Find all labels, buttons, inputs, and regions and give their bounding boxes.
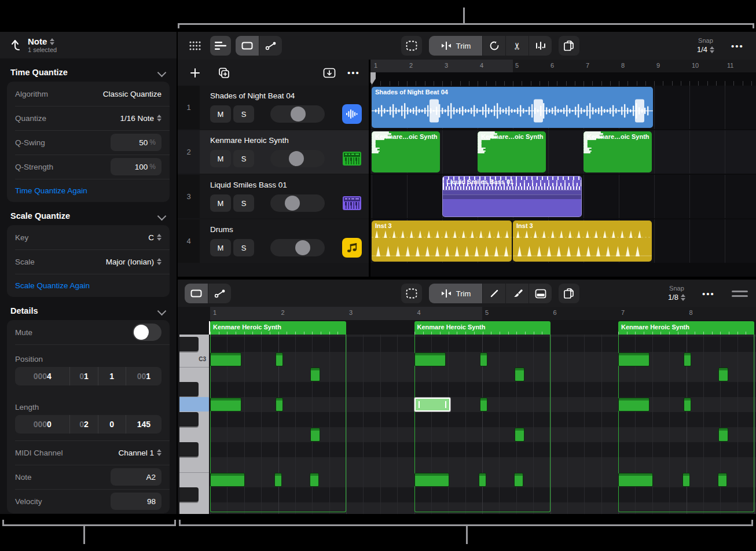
volume-slider[interactable] [270,150,325,167]
region-midi-lines[interactable]: Kenmare…oic Synth [478,131,546,172]
algorithm-row[interactable]: Algorithm Classic Quantize [7,82,170,106]
midi-note[interactable] [684,352,691,366]
black-key[interactable] [179,337,199,351]
selected-note[interactable] [414,398,450,412]
black-key[interactable] [179,412,199,427]
region-hits[interactable]: Inst 3 [372,221,512,262]
midi-note[interactable] [479,473,486,487]
midi-note[interactable] [480,398,487,412]
volume-slider[interactable] [270,239,325,256]
midi-note[interactable] [718,473,727,487]
track-row[interactable]: 2Kenmare Heroic SynthMS [178,130,369,174]
scale-stepper-icon[interactable] [157,258,162,265]
midi-note[interactable] [310,368,320,381]
note-grid[interactable] [210,335,756,514]
midi-note[interactable] [276,398,283,412]
region-waveform[interactable]: Shades of Night Beat 04 [372,87,653,128]
q-strength-field[interactable]: 100 % [111,158,162,175]
quantize-stepper-icon[interactable] [157,115,162,122]
mute-button[interactable]: M [210,150,231,167]
midi-note[interactable] [414,352,446,366]
scale-quantize-again-button[interactable]: Scale Quantize Again [7,274,170,297]
midi-note[interactable] [718,368,728,381]
midi-note[interactable] [515,368,524,381]
paste-button[interactable] [559,36,579,56]
grid-view-button[interactable] [185,36,205,56]
track-name[interactable]: Drums [210,225,233,234]
inspector-title[interactable]: Note [28,36,47,46]
editor-region-header[interactable]: Kenmare Heroic Synth [618,321,754,335]
midi-note[interactable] [310,428,320,442]
pointer-tool-button[interactable] [236,36,259,56]
editor-select-button[interactable] [185,284,208,303]
split-function-button[interactable]: ✂ [505,36,529,56]
marquee-tool-button[interactable] [401,36,422,56]
gain-function-button[interactable] [529,36,552,56]
mute-button[interactable]: M [210,105,231,123]
track-name[interactable]: Liquid Smiles Bass 01 [210,181,287,189]
midi-note[interactable] [414,473,449,487]
slider-knob[interactable] [289,151,304,166]
midi-note[interactable] [718,428,728,442]
editor-snap-control[interactable]: Snap 1/8 [668,285,685,302]
midi-note[interactable] [210,352,241,366]
note-field[interactable]: A2 [111,468,162,486]
editor-region-header[interactable]: Kenmare Heroic Synth [210,321,346,335]
black-key[interactable] [179,442,199,457]
midi-note[interactable] [310,473,319,487]
key-stepper-icon[interactable] [157,234,162,241]
midi-note[interactable] [480,352,487,366]
position-field[interactable]: 0004 01 1 001 [15,367,162,385]
track-row[interactable]: 3Liquid Smiles Bass 01MS [178,175,369,218]
track-row[interactable]: 1Shades of Night Beat 04MS [178,86,369,129]
midi-note[interactable] [210,398,241,412]
volume-slider[interactable] [270,194,325,212]
track-row[interactable]: 4DrumsMS [178,219,369,263]
duplicate-track-button[interactable] [214,63,234,83]
slider-knob[interactable] [291,106,306,122]
editor-automation-button[interactable] [208,284,231,303]
solo-button[interactable]: S [233,150,254,167]
velocity-panel-button[interactable] [529,284,552,303]
midi-note[interactable] [514,473,523,487]
midi-note[interactable] [682,473,690,487]
midi-note[interactable] [515,428,524,442]
midi-note[interactable] [210,473,245,487]
midi-note[interactable] [618,352,649,366]
length-field[interactable]: 0000 02 0 145 [15,415,162,434]
automation-button[interactable] [259,36,282,56]
playhead-marker[interactable] [370,72,376,85]
editor-region-header[interactable]: Kenmare Heroic Synth [414,321,551,335]
inspector-title-stepper-icon[interactable] [50,38,54,45]
tracks-grid[interactable]: 1234567891011 Shades of Night Beat 04Ken… [370,60,756,277]
track-name[interactable]: Shades of Night Beat 04 [210,91,295,100]
more-button[interactable]: ••• [727,36,748,56]
add-track-button[interactable] [185,63,205,83]
solo-button[interactable]: S [233,105,254,123]
midi-channel-stepper-icon[interactable] [157,449,162,456]
q-swing-field[interactable]: 50 % [111,134,162,151]
midi-channel-row[interactable]: MIDI Channel Channel 1 [7,440,170,465]
time-quantize-again-button[interactable]: Time Quantize Again [7,179,170,202]
section-time-quantize[interactable]: Time Quantize [10,68,166,77]
mute-toggle[interactable] [133,324,162,341]
editor-more-button[interactable]: ••• [698,284,719,303]
section-details[interactable]: Details [10,306,166,315]
track-name[interactable]: Kenmare Heroic Synth [210,136,289,145]
track-more-button[interactable]: ••• [343,63,364,83]
pencil-tool-button[interactable] [482,284,505,303]
selected-key-a2[interactable] [179,397,209,412]
midi-note[interactable] [276,352,283,366]
midi-note[interactable] [684,398,691,412]
midi-note[interactable] [274,473,282,487]
editor-trim-button[interactable]: Trim [429,284,482,303]
tracks-ruler[interactable]: 1234567891011 [370,60,756,72]
slider-knob[interactable] [295,240,310,255]
mute-button[interactable]: M [210,194,231,212]
black-key[interactable] [179,382,199,396]
tracks-view-button[interactable] [210,36,231,56]
mute-button[interactable]: M [210,239,231,256]
velocity-field[interactable]: 98 [111,493,162,510]
trim-function-button[interactable]: Trim [429,36,482,56]
section-scale-quantize[interactable]: Scale Quantize [10,211,166,221]
